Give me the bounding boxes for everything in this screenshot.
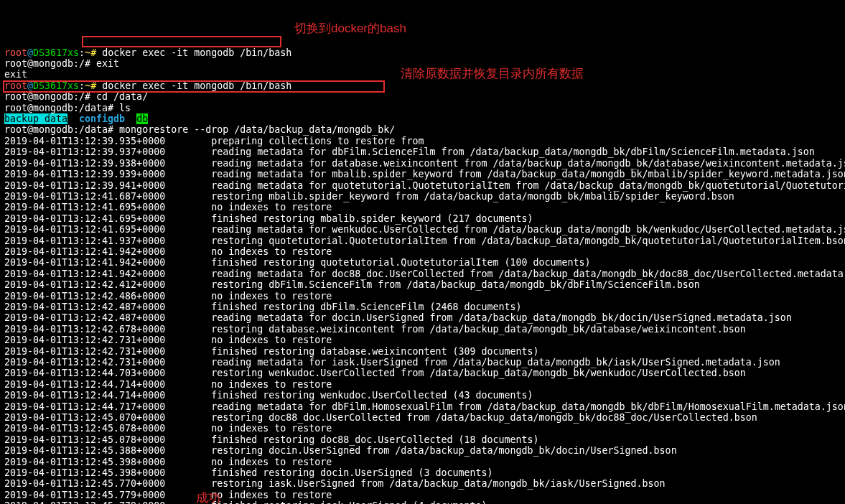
terminal-line: 2019-04-01T13:12:41.695+0000 reading met… [4,224,841,235]
annotation-success: 成功 [196,493,220,503]
terminal-line: 2019-04-01T13:12:45.779+0000 finished re… [4,500,841,504]
terminal-line: 2019-04-01T13:12:41.695+0000 no indexes … [4,202,841,213]
terminal-line: 2019-04-01T13:12:45.388+0000 restoring d… [4,445,841,456]
terminal-line: 2019-04-01T13:12:41.942+0000 finished re… [4,257,841,268]
terminal-line: 2019-04-01T13:12:39.938+0000 reading met… [4,158,841,169]
terminal-line: 2019-04-01T13:12:42.731+0000 no indexes … [4,335,841,345]
terminal-line: 2019-04-01T13:12:44.717+0000 reading met… [4,401,841,412]
terminal-line: root@mongodb:/data# mongorestore --drop … [4,124,841,135]
terminal-line: backup_data configdb db [4,113,841,124]
terminal-line: 2019-04-01T13:12:45.398+0000 finished re… [4,467,841,478]
terminal-line: root@mongodb:/data# ls [4,103,841,113]
terminal-line: 2019-04-01T13:12:41.687+0000 restoring m… [4,191,841,202]
terminal-line: 2019-04-01T13:12:45.779+0000 no indexes … [4,490,841,500]
terminal-line: 2019-04-01T13:12:42.731+0000 finished re… [4,346,841,357]
terminal-line: 2019-04-01T13:12:45.770+0000 restoring i… [4,478,841,489]
terminal-line: root@DS3617xs:~# docker exec -it mongodb… [4,80,841,91]
terminal-line: 2019-04-01T13:12:44.703+0000 restoring w… [4,368,841,378]
terminal-line: 2019-04-01T13:12:39.941+0000 reading met… [4,180,841,191]
terminal-line: 2019-04-01T13:12:44.714+0000 finished re… [4,390,841,401]
terminal-line: 2019-04-01T13:12:45.078+0000 finished re… [4,434,841,445]
terminal-line: 2019-04-01T13:12:42.487+0000 finished re… [4,302,841,312]
terminal-line: 2019-04-01T13:12:42.487+0000 reading met… [4,312,841,323]
terminal-line: 2019-04-01T13:12:39.937+0000 reading met… [4,146,841,157]
terminal-line: 2019-04-01T13:12:45.078+0000 no indexes … [4,423,841,434]
terminal-line: 2019-04-01T13:12:41.942+0000 no indexes … [4,246,841,257]
terminal-line: 2019-04-01T13:12:42.678+0000 restoring d… [4,324,841,335]
terminal-line: 2019-04-01T13:12:42.412+0000 restoring d… [4,279,841,290]
terminal-line: root@mongodb:/# cd /data/ [4,91,841,102]
highlight-box-docker-exec [82,36,281,47]
terminal-line: 2019-04-01T13:12:42.486+0000 no indexes … [4,291,841,302]
terminal-line: 2019-04-01T13:12:44.714+0000 no indexes … [4,379,841,390]
terminal-line: 2019-04-01T13:12:39.939+0000 reading met… [4,169,841,179]
terminal-line: root@DS3617xs:~# docker exec -it mongodb… [4,47,841,58]
terminal-line: 2019-04-01T13:12:42.731+0000 reading met… [4,357,841,368]
terminal-line: 2019-04-01T13:12:41.695+0000 finished re… [4,213,841,224]
terminal-line: 2019-04-01T13:12:41.942+0000 reading met… [4,269,841,279]
annotation-switch-bash: 切换到docker的bash [294,23,406,34]
terminal-line: 2019-04-01T13:12:45.398+0000 no indexes … [4,457,841,467]
terminal-line: 2019-04-01T13:12:41.937+0000 restoring q… [4,235,841,246]
terminal-line: 2019-04-01T13:12:45.070+0000 restoring d… [4,412,841,423]
annotation-clear-restore: 清除原数据并恢复目录内所有数据 [401,68,584,79]
terminal-line: 2019-04-01T13:12:39.935+0000 preparing c… [4,136,841,146]
terminal-output[interactable]: root@DS3617xs:~# docker exec -it mongodb… [4,47,841,504]
